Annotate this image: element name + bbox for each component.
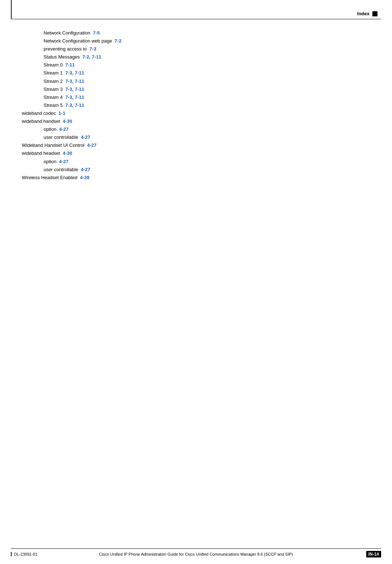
top-border [11, 19, 381, 19]
list-item: Stream 4 7-3, 7-11 [44, 93, 370, 101]
entry-text: Wireless Headset Enabled [22, 175, 80, 180]
entry-text: user controllable [44, 167, 81, 172]
entry-text: Stream 0 [44, 62, 65, 68]
entry-ref[interactable]: 1-1 [58, 110, 65, 116]
entry-text: option [44, 159, 59, 164]
entry-ref[interactable]: 7-3 [89, 46, 96, 52]
index-entries-list: Network Configuration 7-5 Network Config… [22, 29, 370, 182]
entry-text: wideband headset [22, 150, 63, 156]
list-item: option 4-27 [44, 125, 370, 133]
entry-ref[interactable]: 7-2 [115, 38, 122, 44]
index-square-icon [372, 11, 377, 16]
entry-ref[interactable]: 7-11 [65, 62, 75, 68]
list-item: Network Configuration 7-5 [44, 29, 370, 37]
list-item: Network Configuration web page 7-2 [44, 37, 370, 45]
list-item: Stream 0 7-11 [44, 61, 370, 69]
list-item: wideband handset 4-30 [22, 117, 370, 125]
entry-ref[interactable]: 4-28 [80, 175, 89, 180]
entry-ref[interactable]: 7-2, 7-11 [82, 54, 101, 60]
entry-ref[interactable]: 7-3, 7-11 [65, 70, 84, 76]
list-item: Wideband Handset UI Control 4-27 [22, 141, 370, 149]
entry-ref[interactable]: 7-3, 7-11 [65, 78, 84, 84]
bottom-border [11, 548, 381, 549]
entry-text: Stream 4 [44, 94, 65, 100]
left-top-bar [11, 0, 12, 19]
entry-ref[interactable]: 7-3, 7-11 [65, 86, 84, 92]
footer-left-bar [11, 552, 12, 556]
entry-text: Stream 3 [44, 86, 65, 92]
entry-text: Network Configuration [44, 30, 93, 36]
list-item: Stream 5 7-3, 7-11 [44, 101, 370, 109]
entry-text: preventing access to [44, 46, 89, 52]
footer: OL-23091-01 Cisco Unified IP Phone Admin… [11, 551, 381, 557]
list-item: Status Messages 7-2, 7-11 [44, 53, 370, 61]
entry-ref[interactable]: 4-27 [59, 126, 69, 132]
entry-text: Stream 2 [44, 78, 65, 84]
footer-doc-title: Cisco Unified IP Phone Administration Gu… [99, 552, 293, 556]
list-item: user controllable 4-27 [44, 166, 370, 174]
entry-ref[interactable]: 4-27 [59, 159, 69, 164]
list-item: preventing access to 7-3 [44, 45, 370, 53]
list-item: Stream 3 7-3, 7-11 [44, 85, 370, 93]
list-item: Stream 2 7-3, 7-11 [44, 77, 370, 85]
entry-ref[interactable]: 7-3, 7-11 [65, 102, 84, 108]
index-header: Index [357, 11, 377, 16]
list-item: option 4-27 [44, 158, 370, 166]
list-item: Wireless Headset Enabled 4-28 [22, 174, 370, 182]
entry-ref[interactable]: 4-27 [81, 134, 90, 140]
page-number: IN-14 [366, 551, 381, 557]
entry-ref[interactable]: 7-3, 7-11 [65, 94, 84, 100]
list-item: user controllable 4-27 [44, 133, 370, 141]
main-content: Network Configuration 7-5 Network Config… [22, 29, 370, 182]
entry-text: option [44, 126, 59, 132]
list-item: wideband headset 4-30 [22, 149, 370, 157]
entry-text: user controllable [44, 134, 81, 140]
index-text: Index [357, 11, 369, 16]
entry-ref[interactable]: 4-30 [63, 150, 72, 156]
entry-text: Status Messages [44, 54, 82, 60]
list-item: Stream 1 7-3, 7-11 [44, 69, 370, 77]
doc-number: OL-23091-01 [14, 552, 37, 556]
page-container: Index Network Configuration 7-5 Network … [0, 0, 392, 564]
entry-text: wideband handset [22, 118, 63, 124]
entry-text: Network Configuration web page [44, 38, 115, 44]
entry-text: wideband codec [22, 110, 58, 116]
list-item: wideband codec 1-1 [22, 109, 370, 117]
footer-left: OL-23091-01 [11, 552, 37, 556]
entry-ref[interactable]: 4-27 [81, 167, 90, 172]
entry-text: Stream 5 [44, 102, 65, 108]
entry-ref[interactable]: 4-27 [87, 142, 97, 148]
entry-ref[interactable]: 7-5 [93, 30, 100, 36]
entry-text: Wideband Handset UI Control [22, 142, 87, 148]
entry-text: Stream 1 [44, 70, 65, 76]
entry-ref[interactable]: 4-30 [63, 118, 72, 124]
footer-right: IN-14 [366, 551, 381, 557]
